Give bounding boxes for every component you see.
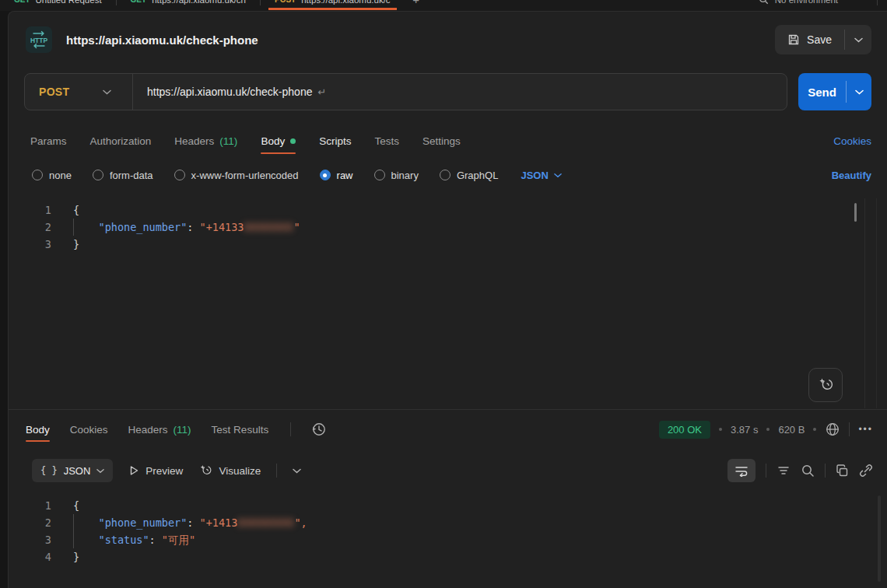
tab-tests[interactable]: Tests — [374, 127, 399, 155]
save-options-button[interactable] — [845, 25, 871, 54]
send-button[interactable]: Send — [798, 73, 846, 110]
filter-icon — [777, 464, 791, 477]
mode-none[interactable]: none — [32, 170, 72, 181]
request-tab-2[interactable]: GET https://api.xiaomu.uk/ch — [117, 0, 260, 10]
mode-x-www-form-urlencoded[interactable]: x-www-form-urlencoded — [174, 170, 299, 181]
method-badge: GET — [14, 0, 30, 4]
code-token: "+1413 — [200, 516, 238, 529]
code-token: : — [187, 221, 199, 233]
code-content: "phone_number": "+141330000000" — [73, 219, 300, 236]
divider — [825, 464, 826, 478]
word-wrap-button[interactable] — [727, 459, 756, 482]
request-title: https://api.xiaomu.uk/check-phone — [66, 33, 258, 47]
preview-label: Preview — [145, 465, 183, 477]
save-icon — [787, 33, 800, 46]
radio-icon — [174, 170, 185, 180]
environment-selector[interactable]: No environment — [775, 0, 838, 5]
url-input[interactable]: https://api.xiaomu.uk/check-phone — [133, 86, 312, 98]
status-badge[interactable]: 200 OK — [659, 421, 710, 439]
radio-selected-icon — [320, 170, 331, 180]
send-options-button[interactable] — [847, 73, 871, 110]
editor-edge — [864, 198, 865, 408]
raw-language-select[interactable]: JSON — [521, 170, 561, 181]
preview-button[interactable]: Preview — [128, 465, 183, 477]
visualize-options-chevron-icon[interactable] — [293, 468, 301, 474]
tab-label: Headers — [174, 135, 214, 147]
link-button[interactable] — [859, 464, 873, 478]
tab-label: Tests — [374, 135, 399, 147]
chevron-down-icon — [554, 173, 562, 178]
response-body-viewer[interactable]: 1{2 "phone_number": "+141300000000",3 "s… — [9, 492, 887, 588]
code-token — [73, 221, 99, 233]
mode-label: binary — [391, 170, 419, 181]
save-label: Save — [807, 33, 832, 46]
globe-icon[interactable] — [825, 422, 840, 437]
radio-icon — [374, 170, 385, 180]
mode-graphql[interactable]: GraphQL — [440, 170, 498, 181]
search-response-button[interactable] — [801, 464, 815, 478]
request-body-editor[interactable]: 1{2 "phone_number": "+141330000000"3} — [9, 198, 887, 408]
code-content: { — [73, 497, 79, 514]
divider — [290, 422, 291, 436]
url-bar: POST https://api.xiaomu.uk/check-phone ↵ — [24, 73, 787, 110]
code-line: 3} — [9, 236, 887, 253]
method-selector[interactable]: POST — [25, 86, 103, 98]
mode-binary[interactable]: binary — [374, 170, 419, 181]
line-number: 3 — [9, 531, 51, 548]
visualize-button[interactable]: Visualize — [198, 464, 261, 478]
res-tab-headers[interactable]: Headers(11) — [128, 416, 191, 443]
line-number: 1 — [9, 201, 51, 219]
modified-dot — [290, 138, 296, 144]
postbot-button[interactable] — [808, 368, 843, 402]
tab-headers[interactable]: Headers(11) — [174, 127, 237, 155]
new-tab-button[interactable]: + — [405, 0, 428, 6]
response-scrollbar[interactable] — [878, 495, 881, 582]
save-button[interactable]: Save — [775, 25, 844, 54]
tab-label: Untitled Request — [36, 0, 102, 5]
postbot-sparkle-icon — [817, 376, 834, 394]
editor-scrollbar[interactable] — [854, 203, 857, 222]
res-tab-cookies[interactable]: Cookies — [70, 416, 108, 443]
tab-settings[interactable]: Settings — [422, 127, 461, 155]
tab-label: Test Results — [212, 424, 269, 436]
request-tab-3-active[interactable]: POST https://api.xiaomu.uk/c — [261, 0, 405, 10]
method-badge: POST — [275, 0, 296, 4]
request-tabs: Params Authorization Headers(11) Body Sc… — [30, 127, 871, 155]
code-content: } — [73, 548, 79, 565]
res-tab-body-active[interactable]: Body — [26, 416, 50, 443]
response-size[interactable]: 620 B — [778, 424, 805, 436]
tab-authorization[interactable]: Authorization — [90, 127, 152, 155]
mode-form-data[interactable]: form-data — [93, 170, 153, 181]
res-tab-test-results[interactable]: Test Results — [212, 416, 269, 443]
mode-label: form-data — [110, 170, 153, 181]
code-line: 2 "phone_number": "+141330000000" — [9, 219, 887, 236]
response-format-select[interactable]: { } JSON — [32, 459, 113, 482]
code-line: 3 "status": "可用" — [9, 531, 887, 548]
code-token: } — [73, 238, 79, 250]
topbar-divider — [877, 0, 878, 5]
tab-label: Settings — [422, 135, 461, 147]
tab-scripts[interactable]: Scripts — [319, 127, 351, 155]
tab-label: Headers — [128, 424, 168, 436]
tab-body-active[interactable]: Body — [261, 127, 296, 155]
redacted-text: 00000000 — [237, 516, 294, 529]
method-dropdown-button[interactable] — [103, 89, 132, 95]
divider — [276, 464, 277, 478]
filter-button[interactable] — [777, 464, 791, 477]
mode-raw-selected[interactable]: raw — [320, 170, 353, 181]
history-icon[interactable] — [311, 422, 327, 437]
copy-response-button[interactable] — [836, 464, 849, 478]
request-panel: HTTP https://api.xiaomu.uk/check-phone S… — [8, 11, 887, 588]
tab-params[interactable]: Params — [30, 127, 67, 155]
cookies-link[interactable]: Cookies — [833, 135, 871, 147]
mode-label: raw — [337, 170, 353, 181]
more-options-button[interactable]: ••• — [858, 424, 873, 435]
divider — [766, 464, 766, 478]
line-number: 1 — [9, 497, 51, 514]
response-time[interactable]: 3.87 s — [731, 424, 758, 436]
beautify-link[interactable]: Beautify — [832, 170, 871, 181]
tab-label: Body — [26, 424, 50, 436]
request-tab-1[interactable]: GET Untitled Request — [0, 0, 116, 10]
code-token: { — [73, 204, 79, 216]
chevron-down-icon — [103, 89, 111, 95]
